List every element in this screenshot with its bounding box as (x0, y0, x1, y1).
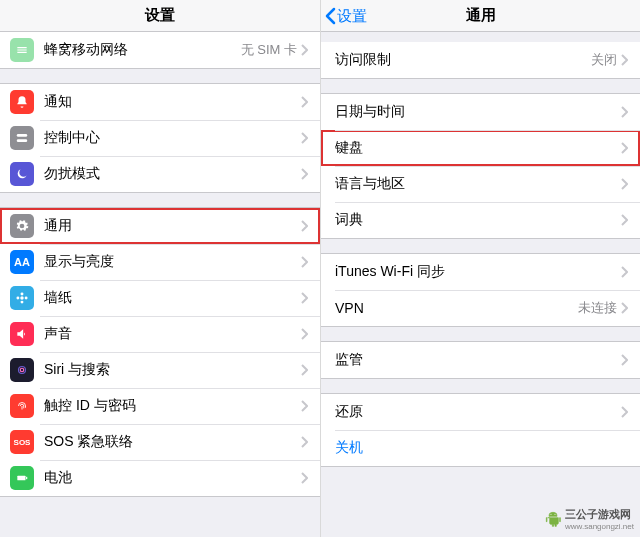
watermark: 三公子游戏网 www.sangongzi.net (545, 507, 634, 531)
row-siri[interactable]: Siri 与搜索 (0, 352, 320, 388)
row-notifications[interactable]: 通知 (0, 84, 320, 120)
row-label: 还原 (335, 403, 621, 421)
chevron-right-icon (301, 400, 308, 412)
row-label: 墙纸 (44, 289, 301, 307)
chevron-right-icon (301, 328, 308, 340)
svg-rect-10 (26, 477, 27, 479)
row-vpn[interactable]: VPN 未连接 (321, 290, 640, 326)
chevron-right-icon (301, 168, 308, 180)
row-label: 日期与时间 (335, 103, 621, 121)
chevron-right-icon (621, 406, 628, 418)
row-label: 显示与亮度 (44, 253, 301, 271)
chevron-right-icon (301, 220, 308, 232)
row-display[interactable]: AA 显示与亮度 (0, 244, 320, 280)
row-regulatory[interactable]: 监管 (321, 342, 640, 378)
svg-point-11 (551, 514, 552, 515)
row-label: 控制中心 (44, 129, 301, 147)
group-restrictions: 访问限制 关闭 (321, 42, 640, 79)
row-label: 通知 (44, 93, 301, 111)
speaker-icon (10, 322, 34, 346)
chevron-left-icon (325, 7, 336, 25)
chevron-right-icon (301, 364, 308, 376)
group-sync: iTunes Wi-Fi 同步 VPN 未连接 (321, 253, 640, 327)
row-label: 电池 (44, 469, 301, 487)
chevron-right-icon (301, 132, 308, 144)
gear-icon (10, 214, 34, 238)
svg-rect-9 (17, 476, 25, 481)
page-title: 设置 (145, 6, 175, 25)
navbar: 设置 通用 (321, 0, 640, 32)
chevron-right-icon (621, 178, 628, 190)
bell-icon (10, 90, 34, 114)
svg-point-3 (21, 292, 24, 295)
group-general: 通用 AA 显示与亮度 墙纸 声音 (0, 207, 320, 497)
switches-icon (10, 126, 34, 150)
row-reset[interactable]: 还原 (321, 394, 640, 430)
aa-icon: AA (10, 250, 34, 274)
back-label: 设置 (337, 7, 367, 26)
flower-icon (10, 286, 34, 310)
row-label: 触控 ID 与密码 (44, 397, 301, 415)
row-label: 勿扰模式 (44, 165, 301, 183)
row-label: 词典 (335, 211, 621, 229)
svg-point-7 (19, 367, 26, 374)
row-itunes-sync[interactable]: iTunes Wi-Fi 同步 (321, 254, 640, 290)
row-value: 无 SIM 卡 (241, 41, 297, 59)
svg-point-12 (555, 514, 556, 515)
siri-icon (10, 358, 34, 382)
row-battery[interactable]: 电池 (0, 460, 320, 496)
row-dictionary[interactable]: 词典 (321, 202, 640, 238)
chevron-right-icon (301, 256, 308, 268)
row-touchid[interactable]: 触控 ID 与密码 (0, 388, 320, 424)
svg-point-4 (21, 301, 24, 304)
row-datetime[interactable]: 日期与时间 (321, 94, 640, 130)
chevron-right-icon (621, 354, 628, 366)
chevron-right-icon (301, 472, 308, 484)
watermark-name: 三公子游戏网 (565, 507, 634, 522)
row-label: 通用 (44, 217, 301, 235)
chevron-right-icon (301, 44, 308, 56)
row-label: 关机 (335, 439, 628, 457)
row-label: 访问限制 (335, 51, 591, 69)
chevron-right-icon (621, 142, 628, 154)
group-regulatory: 监管 (321, 341, 640, 379)
row-sos[interactable]: SOS SOS 紧急联络 (0, 424, 320, 460)
row-wallpaper[interactable]: 墙纸 (0, 280, 320, 316)
svg-point-5 (16, 297, 19, 300)
row-value: 未连接 (578, 299, 617, 317)
page-title: 通用 (466, 6, 496, 25)
row-shutdown[interactable]: 关机 (321, 430, 640, 466)
row-dnd[interactable]: 勿扰模式 (0, 156, 320, 192)
row-general[interactable]: 通用 (0, 208, 320, 244)
row-label: Siri 与搜索 (44, 361, 301, 379)
watermark-url: www.sangongzi.net (565, 522, 634, 531)
svg-point-8 (20, 368, 24, 372)
row-label: 监管 (335, 351, 621, 369)
group-notifications: 通知 控制中心 勿扰模式 (0, 83, 320, 193)
row-cellular[interactable]: 蜂窝移动网络 无 SIM 卡 (0, 32, 320, 68)
back-button[interactable]: 设置 (325, 0, 367, 32)
chevron-right-icon (621, 266, 628, 278)
chevron-right-icon (621, 106, 628, 118)
row-sound[interactable]: 声音 (0, 316, 320, 352)
row-label: 蜂窝移动网络 (44, 41, 241, 59)
fingerprint-icon (10, 394, 34, 418)
group-datetime: 日期与时间 键盘 语言与地区 词典 (321, 93, 640, 239)
chevron-right-icon (621, 214, 628, 226)
sos-icon: SOS (10, 430, 34, 454)
navbar: 设置 (0, 0, 320, 32)
group-network: 蜂窝移动网络 无 SIM 卡 (0, 32, 320, 69)
chevron-right-icon (621, 54, 628, 66)
chevron-right-icon (621, 302, 628, 314)
row-keyboard[interactable]: 键盘 (321, 130, 640, 166)
svg-point-2 (20, 296, 24, 300)
row-restrictions[interactable]: 访问限制 关闭 (321, 42, 640, 78)
moon-icon (10, 162, 34, 186)
svg-rect-1 (17, 139, 28, 142)
row-control-center[interactable]: 控制中心 (0, 120, 320, 156)
battery-icon (10, 466, 34, 490)
general-pane: 设置 通用 访问限制 关闭 日期与时间 键盘 语言与地区 (320, 0, 640, 537)
row-language[interactable]: 语言与地区 (321, 166, 640, 202)
row-label: SOS 紧急联络 (44, 433, 301, 451)
chevron-right-icon (301, 436, 308, 448)
